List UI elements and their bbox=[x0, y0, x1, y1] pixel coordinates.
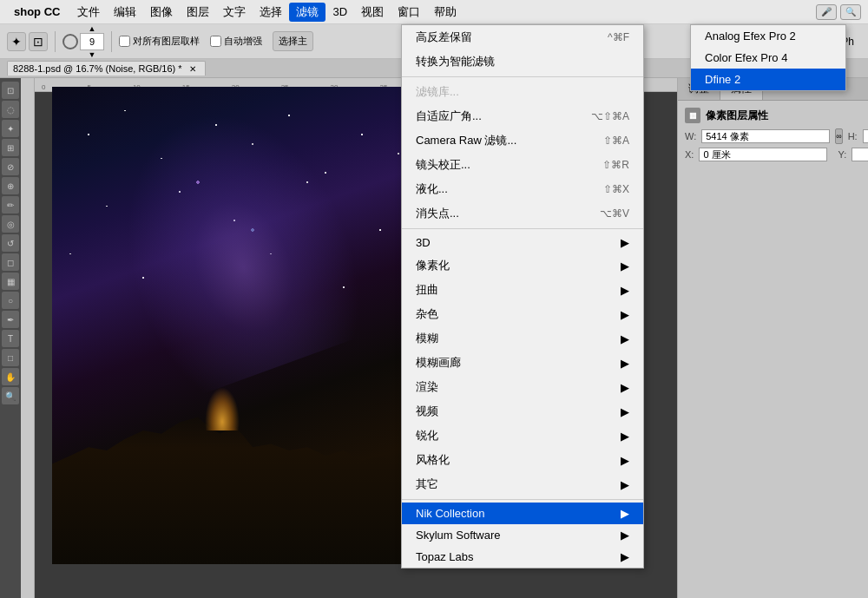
menu-item-distort[interactable]: 扭曲 ▶ bbox=[402, 278, 643, 302]
menubar-item-text[interactable]: 文字 bbox=[216, 3, 253, 22]
tool-text[interactable]: T bbox=[2, 330, 19, 347]
menu-item-smart-filter[interactable]: 转换为智能滤镜 bbox=[402, 49, 643, 74]
menu-item-topaz[interactable]: Topaz Labs ▶ bbox=[402, 546, 643, 568]
menu-item-camera-raw[interactable]: Camera Raw 滤镜... ⇧⌘A bbox=[402, 128, 643, 153]
tool-dodge[interactable]: ○ bbox=[2, 292, 19, 309]
tool-history[interactable]: ↺ bbox=[2, 234, 19, 252]
menu-item-render[interactable]: 渲染 ▶ bbox=[402, 375, 643, 399]
submenu-item-color-efex-label: Color Efex Pro 4 bbox=[705, 51, 787, 64]
menu-item-video-arrow: ▶ bbox=[621, 405, 629, 418]
menu-item-high-pass-label: 高反差保留 bbox=[416, 30, 472, 45]
tool-button-2[interactable]: ⊡ bbox=[29, 32, 48, 51]
menu-item-noise-label: 杂色 bbox=[416, 306, 438, 322]
menu-item-sharpen[interactable]: 锐化 ▶ bbox=[402, 424, 643, 448]
menu-item-lens-correct[interactable]: 镜头校正... ⇧⌘R bbox=[402, 153, 643, 177]
y-input[interactable] bbox=[852, 148, 868, 161]
tool-zoom[interactable]: 🔍 bbox=[2, 387, 19, 404]
menu-item-render-arrow: ▶ bbox=[621, 381, 629, 394]
menu-item-stylize[interactable]: 风格化 ▶ bbox=[402, 448, 643, 472]
menu-item-other[interactable]: 其它 ▶ bbox=[402, 472, 643, 496]
menu-item-topaz-arrow: ▶ bbox=[621, 550, 629, 563]
checkbox-auto-enhance-input[interactable] bbox=[210, 36, 221, 47]
menu-item-blur-gallery[interactable]: 模糊画廊 ▶ bbox=[402, 351, 643, 375]
submenu-item-color-efex[interactable]: Color Efex Pro 4 bbox=[691, 47, 845, 69]
link-dimensions-button[interactable]: ∞ bbox=[835, 128, 842, 144]
menu-item-adaptive-wide[interactable]: 自适应广角... ⌥⇧⌘A bbox=[402, 104, 643, 128]
panel-title-label: 像素图层属性 bbox=[706, 108, 768, 123]
tool-button-1[interactable]: ✦ bbox=[7, 32, 26, 51]
menu-item-pixelate-label: 像素化 bbox=[416, 258, 450, 273]
menu-item-liquify[interactable]: 液化... ⇧⌘X bbox=[402, 177, 643, 201]
search-icon[interactable]: 🔍 bbox=[840, 4, 861, 20]
submenu-item-analog-efex-label: Analog Efex Pro 2 bbox=[705, 30, 796, 43]
tool-lasso[interactable]: ◌ bbox=[2, 101, 19, 118]
menu-item-noise-arrow: ▶ bbox=[621, 308, 629, 321]
checkbox-all-layers[interactable]: 对所有图层取样 bbox=[119, 35, 200, 48]
menu-item-camera-raw-shortcut: ⇧⌘A bbox=[603, 135, 629, 147]
tool-pen[interactable]: ✒ bbox=[2, 311, 19, 328]
menu-item-skylum-arrow: ▶ bbox=[621, 529, 629, 542]
menu-item-skylum[interactable]: Skylum Software ▶ bbox=[402, 524, 643, 546]
checkbox-all-layers-input[interactable] bbox=[119, 36, 130, 47]
menubar-item-app[interactable]: shop CC bbox=[7, 3, 67, 20]
tool-gradient[interactable]: ▦ bbox=[2, 273, 19, 290]
menubar-item-image[interactable]: 图像 bbox=[143, 3, 180, 22]
menubar-item-view[interactable]: 视图 bbox=[354, 3, 391, 22]
checkbox-auto-enhance[interactable]: 自动增强 bbox=[210, 35, 262, 48]
tool-eraser[interactable]: ◻ bbox=[2, 253, 19, 271]
menu-item-high-pass[interactable]: 高反差保留 ^⌘F bbox=[402, 25, 643, 49]
left-toolbar: ⊡ ◌ ✦ ⊞ ⊘ ⊕ ✏ ◎ ↺ ◻ ▦ ○ ✒ T □ ✋ 🔍 bbox=[0, 78, 21, 598]
tool-brush[interactable]: ✏ bbox=[2, 196, 19, 214]
select-subject-button[interactable]: 选择主 bbox=[273, 31, 313, 51]
menu-item-nik-collection[interactable]: Nik Collection ▶ bbox=[402, 503, 643, 524]
tool-clone[interactable]: ◎ bbox=[2, 215, 19, 233]
menubar-item-layers[interactable]: 图层 bbox=[180, 3, 216, 22]
menubar-item-select[interactable]: 选择 bbox=[253, 3, 289, 22]
stepper-up[interactable]: ▲ bbox=[89, 24, 96, 33]
menu-item-blur[interactable]: 模糊 ▶ bbox=[402, 326, 643, 351]
tab-close-icon[interactable]: ✕ bbox=[189, 64, 196, 74]
submenu-item-analog-efex[interactable]: Analog Efex Pro 2 bbox=[691, 25, 845, 47]
tool-marquee[interactable]: ⊡ bbox=[2, 82, 19, 99]
menubar-item-window[interactable]: 窗口 bbox=[391, 3, 427, 22]
stepper-down[interactable]: ▼ bbox=[89, 50, 96, 59]
menu-item-filter-gallery: 滤镜库... bbox=[402, 80, 643, 104]
mic-icon[interactable]: 🎤 bbox=[816, 4, 837, 20]
tool-shape[interactable]: □ bbox=[2, 349, 19, 366]
menu-item-lens-correct-label: 镜头校正... bbox=[416, 157, 470, 173]
panel-properties-section: ▦ 像素图层属性 W: ∞ H: X: Y: bbox=[678, 101, 868, 172]
menubar-item-filter[interactable]: 滤镜 bbox=[289, 3, 326, 22]
menu-item-vanishing-point-label: 消失点... bbox=[416, 206, 459, 221]
menu-separator-3 bbox=[402, 499, 643, 500]
menu-item-other-label: 其它 bbox=[416, 476, 438, 492]
toolbar-tools-group: ✦ ⊡ bbox=[7, 32, 48, 51]
menu-item-liquify-label: 液化... bbox=[416, 181, 448, 197]
size-input[interactable] bbox=[80, 33, 104, 50]
tool-magic-wand[interactable]: ✦ bbox=[2, 120, 19, 137]
menu-item-smart-filter-label: 转换为智能滤镜 bbox=[416, 54, 495, 69]
menu-item-sharpen-arrow: ▶ bbox=[621, 430, 629, 443]
menu-item-noise[interactable]: 杂色 ▶ bbox=[402, 302, 643, 326]
tool-heal[interactable]: ⊕ bbox=[2, 177, 19, 194]
menu-item-nik-collection-arrow: ▶ bbox=[621, 507, 629, 520]
menubar-item-3d[interactable]: 3D bbox=[326, 3, 354, 20]
height-input[interactable] bbox=[863, 129, 868, 143]
menu-item-vanishing-point[interactable]: 消失点... ⌥⌘V bbox=[402, 201, 643, 226]
tool-eyedropper[interactable]: ⊘ bbox=[2, 158, 19, 175]
menu-item-sharpen-label: 锐化 bbox=[416, 428, 438, 444]
document-tab[interactable]: 8288-1.psd @ 16.7% (Noise, RGB/16) * ✕ bbox=[7, 61, 206, 76]
menu-item-blur-label: 模糊 bbox=[416, 331, 438, 346]
menu-item-3d[interactable]: 3D ▶ bbox=[402, 232, 643, 253]
menu-item-liquify-shortcut: ⇧⌘X bbox=[603, 183, 629, 195]
width-input[interactable] bbox=[701, 129, 830, 143]
menu-item-video[interactable]: 视频 ▶ bbox=[402, 399, 643, 424]
menubar-item-help[interactable]: 帮助 bbox=[427, 3, 464, 22]
menu-item-pixelate[interactable]: 像素化 ▶ bbox=[402, 253, 643, 278]
x-input[interactable] bbox=[699, 148, 827, 161]
x-label: X: bbox=[685, 149, 694, 160]
tool-crop[interactable]: ⊞ bbox=[2, 139, 19, 156]
tool-hand[interactable]: ✋ bbox=[2, 368, 19, 385]
menubar-item-edit[interactable]: 编辑 bbox=[107, 3, 143, 22]
menubar-item-file[interactable]: 文件 bbox=[70, 3, 107, 22]
submenu-item-dfine2[interactable]: Dfine 2 bbox=[691, 69, 845, 90]
